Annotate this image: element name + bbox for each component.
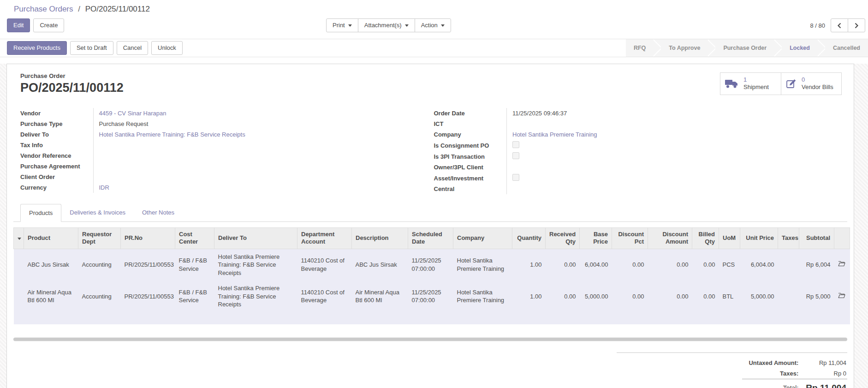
field-label-asset-investment: Asset/Investment <box>434 173 507 184</box>
col-scheduled-date[interactable]: Scheduled Date <box>408 228 453 249</box>
statusbar: Receive Products Set to Draft Cancel Unl… <box>0 39 868 57</box>
vendor-bills-smart-button[interactable]: 0 Vendor Bills <box>781 73 841 95</box>
total-label: Total: <box>742 379 799 388</box>
field-label-client-order: Client Order <box>20 172 93 182</box>
col-pr-no[interactable]: PR.No <box>121 228 175 249</box>
status-locked[interactable]: Locked <box>782 39 818 57</box>
field-group-right: Order Date 11/25/2025 09:46:37 ICT Compa… <box>434 108 848 194</box>
cell-base-price: 6,004.00 <box>580 249 612 281</box>
col-billed-qty[interactable]: Billed Qty <box>692 228 719 249</box>
table-row[interactable]: ABC Jus Sirsak Accounting PR/2025/11/005… <box>14 249 850 281</box>
totals-separator <box>617 352 847 353</box>
header-dropdown-caret-icon[interactable] <box>18 238 21 240</box>
col-base-price[interactable]: Base Price <box>580 228 612 249</box>
col-quantity[interactable]: Quantity <box>512 228 546 249</box>
tab-products[interactable]: Products <box>20 204 61 222</box>
shipment-smart-button[interactable]: 1 Shipment <box>720 73 781 95</box>
col-discount-pct[interactable]: Discount Pct <box>612 228 648 249</box>
cell-scheduled-date: 11/25/2025 07:00:00 <box>408 281 453 312</box>
cancel-button[interactable]: Cancel <box>117 41 148 55</box>
col-subtotal[interactable]: Subtotal <box>799 228 834 249</box>
pager-previous-button[interactable] <box>831 18 848 32</box>
cell-received-qty: 0.00 <box>546 249 580 281</box>
status-to-approve[interactable]: To Approve <box>661 39 708 57</box>
action-menu-label: Action <box>421 22 438 29</box>
field-label-tax-info: Tax Info <box>20 140 93 150</box>
col-discount-amount[interactable]: Discount Amount <box>648 228 692 249</box>
shipment-count: 1 <box>743 76 747 83</box>
field-value-purchase-agreement <box>93 161 417 172</box>
field-value-tax-info <box>93 140 417 150</box>
cell-uom: BTL <box>719 281 740 312</box>
action-menu-button[interactable]: Action <box>415 18 451 32</box>
field-value-ict <box>507 119 831 129</box>
status-separator-chevron <box>708 39 715 57</box>
field-value-company[interactable]: Hotel Santika Premiere Training <box>507 129 831 140</box>
shipment-label: Shipment <box>743 84 769 90</box>
col-cost-center[interactable]: Cost Center <box>175 228 214 249</box>
col-department-account[interactable]: Department Account <box>297 228 352 249</box>
cell-uom: PCS <box>719 249 740 281</box>
field-value-deliver-to[interactable]: Hotel Santika Premiere Training: F&B Ser… <box>93 129 417 140</box>
status-cancelled[interactable]: Cancelled <box>825 39 868 57</box>
chevron-down-icon <box>405 24 409 27</box>
is-consignment-po-checkbox <box>512 141 519 148</box>
taxes-value: Rp 0 <box>799 368 847 379</box>
cell-deliver-to: Hotel Santika Premiere Training: F&B Ser… <box>214 281 297 312</box>
col-taxes[interactable]: Taxes <box>778 228 799 249</box>
folder-open-icon[interactable] <box>838 261 845 269</box>
form-sheet: 1 Shipment 0 Vendor Bills Purchase Order <box>6 64 854 388</box>
notebook-tabs: Products Deliveries & Invoices Other Not… <box>13 203 847 222</box>
unlock-button[interactable]: Unlock <box>151 41 183 55</box>
col-received-qty[interactable]: Received Qty <box>546 228 580 249</box>
print-menu-button[interactable]: Print <box>326 18 358 32</box>
order-lines-table-wrap: Product Requestor Dept PR.No Cost Center… <box>13 227 847 324</box>
edit-button[interactable]: Edit <box>7 18 30 32</box>
asset-investment-checkbox <box>512 174 519 181</box>
field-value-vendor[interactable]: 4459 - CV Sinar Harapan <box>93 108 417 119</box>
attachments-menu-button[interactable]: Attachment(s) <box>358 18 415 32</box>
col-requestor-dept[interactable]: Requestor Dept <box>78 228 121 249</box>
cell-taxes <box>778 281 799 312</box>
cell-unit-price: 5,000.00 <box>740 281 778 312</box>
tab-other-notes[interactable]: Other Notes <box>134 204 183 222</box>
breadcrumb-separator: / <box>78 5 80 13</box>
tab-deliveries-invoices[interactable]: Deliveries & Invoices <box>61 204 134 222</box>
breadcrumb-purchase-orders-link[interactable]: Purchase Orders <box>14 5 73 13</box>
col-unit-price[interactable]: Unit Price <box>740 228 778 249</box>
breadcrumb-current: PO/2025/11/00112 <box>85 5 150 13</box>
col-uom[interactable]: UoM <box>719 228 740 249</box>
col-product[interactable]: Product <box>24 228 78 249</box>
content-area: 1 Shipment 0 Vendor Bills Purchase Order <box>0 64 868 388</box>
action-menus-group: Print Attachment(s) Action <box>326 18 451 32</box>
field-label-order-date: Order Date <box>434 108 507 119</box>
set-to-draft-button[interactable]: Set to Draft <box>70 41 113 55</box>
horizontal-scrollbar-thumb[interactable] <box>13 338 847 341</box>
col-company[interactable]: Company <box>453 228 512 249</box>
field-value-currency[interactable]: IDR <box>93 182 417 193</box>
total-value: Rp 11,004 <box>799 379 847 388</box>
table-row[interactable]: Air Mineral Aqua Btl 600 Ml Accounting P… <box>14 281 850 312</box>
cell-discount-pct: 0.00 <box>612 281 648 312</box>
cell-quantity: 1.00 <box>512 281 546 312</box>
col-description[interactable]: Description <box>352 228 408 249</box>
cell-deliver-to: Hotel Santika Premiere Training: F&B Ser… <box>214 249 297 281</box>
receive-products-button[interactable]: Receive Products <box>7 41 67 55</box>
field-groups: Vendor 4459 - CV Sinar Harapan Purchase … <box>13 108 847 194</box>
cell-received-qty: 0.00 <box>546 281 580 312</box>
status-separator-chevron <box>774 39 782 57</box>
folder-open-icon[interactable] <box>838 292 845 301</box>
status-rfq[interactable]: RFQ <box>626 39 654 57</box>
vendor-bills-count: 0 <box>802 76 805 83</box>
print-menu-label: Print <box>333 22 345 29</box>
cell-subtotal: Rp 6,004 <box>799 249 834 281</box>
pencil-square-icon <box>786 78 797 89</box>
actions-row: Edit Create Print Attachment(s) Action 8… <box>0 18 868 36</box>
create-button[interactable]: Create <box>33 18 64 32</box>
cell-cost-center: F&B / F&B Service <box>175 249 214 281</box>
empty-table-row <box>14 312 850 324</box>
pager-next-button[interactable] <box>848 18 865 32</box>
cell-company: Hotel Santika Premiere Training <box>453 249 512 281</box>
status-purchase-order[interactable]: Purchase Order <box>715 39 774 57</box>
col-deliver-to[interactable]: Deliver To <box>214 228 297 249</box>
